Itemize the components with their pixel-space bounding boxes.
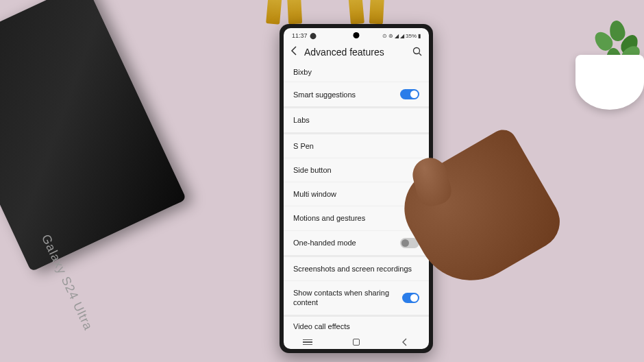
home-button[interactable] bbox=[350, 337, 362, 347]
product-box: Galaxy S24 Ultra bbox=[0, 0, 186, 272]
setting-label: Bixby bbox=[293, 67, 312, 77]
search-button[interactable] bbox=[412, 47, 422, 58]
audio-connector bbox=[287, 0, 302, 24]
camera-hole bbox=[354, 32, 360, 38]
recents-button[interactable] bbox=[301, 337, 314, 347]
settings-header: Advanced features bbox=[284, 42, 429, 62]
setting-screenshots[interactable]: Screenshots and screen recordings bbox=[284, 257, 429, 281]
notification-icon: ⬤ bbox=[310, 32, 317, 39]
setting-label: S Pen bbox=[293, 141, 314, 151]
setting-s-pen[interactable]: S Pen bbox=[284, 134, 429, 158]
signal-icon: ◢ bbox=[400, 33, 404, 39]
setting-label: One-handed mode bbox=[293, 238, 356, 248]
phone-screen: 11:37 ⬤ ⊙ ⊛ ◢ ◢ 35% ▮ Advanced features bbox=[284, 28, 429, 349]
page-title: Advanced features bbox=[304, 47, 406, 58]
bluetooth-icon: ⊙ bbox=[382, 33, 387, 39]
setting-label: Labs bbox=[293, 115, 310, 125]
status-time: 11:37 bbox=[292, 32, 308, 39]
setting-label: Smart suggestions bbox=[293, 90, 356, 99]
signal-icon: ◢ bbox=[395, 33, 399, 39]
audio-connector bbox=[266, 0, 282, 25]
svg-line-1 bbox=[419, 53, 422, 56]
audio-connector bbox=[348, 0, 364, 25]
show-contacts-toggle[interactable] bbox=[402, 293, 419, 303]
setting-label: Screenshots and screen recordings bbox=[293, 264, 412, 274]
smart-suggestions-toggle[interactable] bbox=[400, 89, 419, 99]
setting-label: Show contacts when sharing content bbox=[293, 288, 402, 308]
svg-point-0 bbox=[414, 47, 420, 53]
battery-percent: 35% bbox=[406, 33, 417, 39]
back-nav-button[interactable] bbox=[399, 337, 411, 347]
battery-icon: ▮ bbox=[418, 33, 421, 39]
back-button[interactable] bbox=[290, 46, 297, 58]
setting-show-contacts[interactable]: Show contacts when sharing content bbox=[284, 281, 429, 317]
audio-connector bbox=[369, 0, 384, 24]
setting-side-button[interactable]: Side button bbox=[284, 158, 429, 182]
product-name: Galaxy S24 Ultra bbox=[38, 232, 95, 333]
setting-label: Video call effects bbox=[293, 322, 350, 331]
setting-video-call[interactable]: Video call effects bbox=[284, 317, 429, 334]
setting-label: Side button bbox=[293, 165, 332, 175]
setting-bixby[interactable]: Bixby bbox=[284, 62, 429, 82]
setting-smart-suggestions[interactable]: Smart suggestions bbox=[284, 82, 429, 108]
navigation-bar bbox=[284, 334, 429, 349]
setting-label: Motions and gestures bbox=[293, 213, 365, 223]
setting-label: Multi window bbox=[293, 189, 336, 199]
setting-labs[interactable]: Labs bbox=[284, 108, 429, 134]
setting-one-handed[interactable]: One-handed mode bbox=[284, 231, 429, 257]
wifi-icon: ⊛ bbox=[388, 33, 393, 39]
plant-decoration bbox=[575, 14, 644, 110]
